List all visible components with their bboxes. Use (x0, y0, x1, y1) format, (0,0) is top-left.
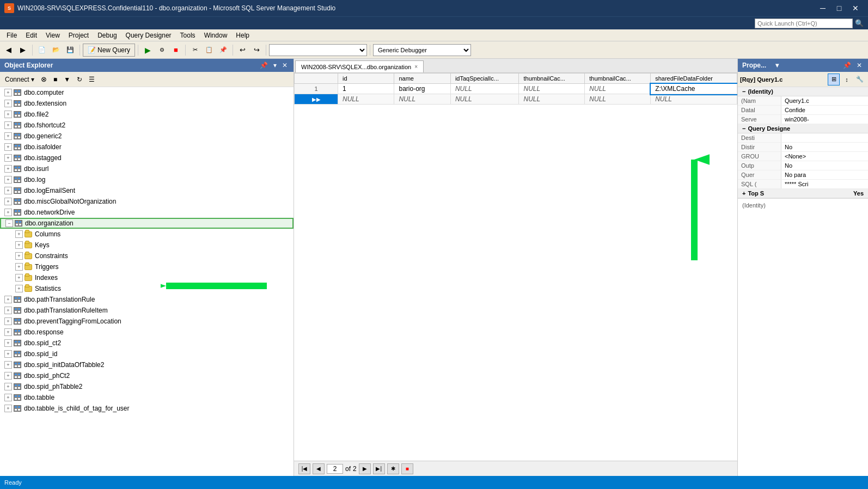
tree-item-logEmailSent[interactable]: + dbo.logEmailSent (0, 185, 294, 196)
menu-help[interactable]: Help (231, 30, 254, 40)
col-header-thumb2[interactable]: thumbnailCac... (585, 74, 651, 84)
props-sort-button[interactable]: ↕ (841, 74, 853, 85)
tree-item-spid-id[interactable]: + dbo.spid_id (0, 349, 294, 359)
expand-generic2[interactable]: + (4, 132, 12, 140)
nav-asterisk-button[interactable]: ✱ (387, 463, 399, 474)
tree-item-computer[interactable]: + dbo.computer (0, 87, 294, 98)
debug-button[interactable]: ⚙ (155, 44, 168, 57)
expand-computer[interactable]: + (4, 89, 12, 96)
cell-shared-1[interactable]: Z:\XMLCache (651, 84, 737, 94)
cut-button[interactable]: ✂ (188, 44, 201, 57)
quick-launch-input[interactable] (755, 19, 853, 28)
execute-button[interactable]: ▶ (141, 44, 154, 57)
database-dropdown[interactable] (269, 44, 367, 56)
tree-item-constraints[interactable]: + Constraints (0, 250, 294, 261)
tree-item-spid-phTabble2[interactable]: + dbo.spid_phTabble2 (0, 381, 294, 392)
cell-shared-2[interactable]: NULL (651, 94, 737, 105)
expand-columns[interactable]: + (15, 230, 23, 238)
cell-thumb1-2[interactable]: NULL (519, 94, 585, 105)
nav-stop-button[interactable]: ■ (401, 463, 413, 474)
nav-last-button[interactable]: ▶| (373, 463, 385, 474)
cell-id-1[interactable]: 1 (338, 84, 394, 94)
nav-page-input[interactable] (327, 464, 343, 474)
tree-item-pathTranslationRuleItem[interactable]: + dbo.pathTranslationRuleItem (0, 305, 294, 316)
menu-edit[interactable]: Edit (21, 30, 41, 40)
disconnect-button[interactable]: ⊗ (38, 74, 50, 85)
paste-button[interactable]: 📌 (217, 44, 230, 57)
tree-item-fextension[interactable]: + dbo.fextension (0, 98, 294, 109)
new-query-button[interactable]: 📝 New Query (83, 44, 135, 57)
expand-spid-initData[interactable]: + (4, 361, 12, 369)
expand-networkDrive[interactable]: + (4, 209, 12, 216)
pin-button[interactable]: 📌 (258, 62, 270, 69)
open-button[interactable]: 📂 (50, 44, 63, 57)
identity-section-header[interactable]: − (Identity) (738, 87, 868, 96)
expand-spid-id[interactable]: + (4, 350, 12, 358)
tree-item-organization[interactable]: − dbo.organization (0, 218, 294, 229)
expand-organization[interactable]: − (5, 219, 13, 227)
tree-item-preventTagging[interactable]: + dbo.preventTaggingFromLocation (0, 316, 294, 327)
props-close-button[interactable]: ✕ (855, 62, 864, 69)
expand-statistics[interactable]: + (15, 285, 23, 292)
expand-logEmailSent[interactable]: + (4, 187, 12, 194)
search-icon[interactable]: 🔍 (855, 19, 864, 27)
expand-istagged[interactable]: + (4, 154, 12, 162)
menu-project[interactable]: Project (64, 30, 93, 40)
save-button[interactable]: 💾 (64, 44, 77, 57)
connect-button[interactable]: Connect ▾ (2, 74, 37, 85)
cell-thumb2-2[interactable]: NULL (585, 94, 651, 105)
tree-item-tabble-child[interactable]: + dbo.tabble_is_child_of_tag_for_user (0, 403, 294, 414)
expand-miscGlobal[interactable]: + (4, 198, 12, 205)
tree-item-spid-ct2[interactable]: + dbo.spid_ct2 (0, 338, 294, 349)
col-header-idTaq[interactable]: idTaqSpecialIc... (450, 74, 519, 84)
expand-log[interactable]: + (4, 176, 12, 184)
col-header-thumb1[interactable]: thumbnailCac... (519, 74, 585, 84)
tree-item-networkDrive[interactable]: + dbo.networkDrive (0, 207, 294, 218)
cell-thumb2-1[interactable]: NULL (585, 84, 651, 94)
minimize-button[interactable]: ─ (815, 0, 831, 16)
tree-item-isafolder[interactable]: + dbo.isafolder (0, 142, 294, 152)
expand-fshortcut2[interactable]: + (4, 121, 12, 129)
stop-query-button[interactable]: ■ (51, 74, 60, 85)
nav-prev-button[interactable]: ◀ (313, 463, 325, 474)
expand-response[interactable]: + (4, 328, 12, 336)
menu-window[interactable]: Window (200, 30, 232, 40)
cell-name-2[interactable]: NULL (394, 94, 450, 105)
expand-isafolder[interactable]: + (4, 143, 12, 151)
expand-spid-phCt2[interactable]: + (4, 372, 12, 380)
tree-item-spid-initData[interactable]: + dbo.spid_initDataOfTabble2 (0, 359, 294, 370)
tree-item-log[interactable]: + dbo.log (0, 174, 294, 185)
back-button[interactable]: ◀ (2, 44, 15, 57)
tree-item-istagged[interactable]: + dbo.istagged (0, 152, 294, 163)
expand-indexes[interactable]: + (15, 274, 23, 282)
table-row[interactable]: 1 1 bario-org NULL NULL NULL Z:\XMLCache (295, 84, 737, 94)
tree-item-columns[interactable]: + Columns (0, 229, 294, 240)
expand-pathTranslationRule[interactable]: + (4, 296, 12, 303)
table-row[interactable]: ▶▶ NULL NULL NULL NULL NULL NULL (295, 94, 737, 105)
tree-item-miscGlobal[interactable]: + dbo.miscGlobalNotOrganization (0, 196, 294, 207)
stop-button[interactable]: ■ (169, 44, 182, 57)
expand-triggers[interactable]: + (15, 263, 23, 271)
tree-item-indexes[interactable]: + Indexes (0, 272, 294, 283)
undo-button[interactable]: ↩ (236, 44, 249, 57)
tree-item-spid-phCt2[interactable]: + dbo.spid_phCt2 (0, 370, 294, 381)
tops-section-header[interactable]: + Top S Yes (738, 189, 868, 198)
tree-item-isurl[interactable]: + dbo.isurl (0, 163, 294, 174)
expand-fextension[interactable]: + (4, 100, 12, 107)
tree-item-file2[interactable]: + dbo.file2 (0, 109, 294, 120)
menu-view[interactable]: View (41, 30, 64, 40)
expand-file2[interactable]: + (4, 111, 12, 118)
expand-constraints[interactable]: + (15, 252, 23, 260)
cell-name-1[interactable]: bario-org (394, 84, 450, 94)
cell-id-2[interactable]: NULL (338, 94, 394, 105)
cell-idtaq-2[interactable]: NULL (450, 94, 519, 105)
close-button[interactable]: ✕ (847, 0, 864, 16)
cell-idtaq-1[interactable]: NULL (450, 84, 519, 94)
expand-isurl[interactable]: + (4, 165, 12, 173)
expand-spid-ct2[interactable]: + (4, 339, 12, 347)
nav-first-button[interactable]: |◀ (298, 463, 310, 474)
data-grid-container[interactable]: id name idTaqSpecialIc... thumbnailCac..… (294, 73, 737, 461)
tree-item-response[interactable]: + dbo.response (0, 327, 294, 338)
props-grid-view-button[interactable]: ⊞ (828, 74, 840, 85)
debugger-dropdown[interactable]: Generic Debugger (373, 44, 471, 56)
